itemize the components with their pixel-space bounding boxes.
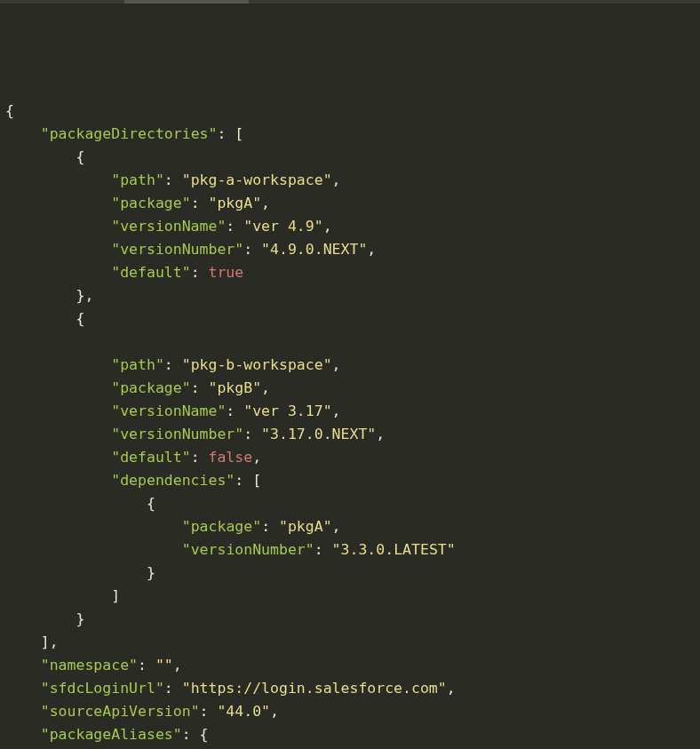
token-comma: , (50, 633, 59, 650)
token-colon: : (217, 125, 235, 142)
token-comma: , (252, 449, 261, 466)
token-colon: : (191, 379, 209, 396)
token-key: "versionName" (111, 218, 226, 235)
token-colon: : (191, 449, 209, 466)
token-string: "pkgA" (209, 195, 262, 211)
token-string: "44.0" (217, 703, 270, 720)
token-kwfalse: false (209, 449, 253, 466)
token-colon: : (261, 518, 279, 535)
token-key: "sourceApiVersion" (41, 703, 200, 720)
token-colon: : (164, 356, 182, 373)
token-string: "ver 3.17" (243, 402, 331, 419)
token-comma: , (332, 171, 341, 188)
token-string: "pkg-b-workspace" (182, 356, 332, 373)
token-comma: , (323, 218, 332, 235)
token-key: "versionNumber" (111, 426, 243, 442)
token-colon: : (191, 195, 209, 211)
token-comma: , (447, 680, 456, 697)
token-comma: , (270, 703, 279, 720)
token-brace: } (76, 610, 84, 627)
token-string: "ver 4.9" (243, 218, 322, 235)
token-key: "versionNumber" (182, 541, 314, 558)
token-key: "default" (111, 264, 190, 281)
token-colon: : (243, 241, 261, 258)
token-colon: : (226, 218, 243, 235)
token-colon: : (164, 171, 182, 188)
token-brace: } (147, 564, 155, 581)
token-key: "path" (111, 171, 164, 188)
token-key: "versionName" (111, 402, 226, 419)
token-brace: { (76, 310, 84, 327)
token-colon: : (226, 402, 243, 419)
token-string: "4.9.0.NEXT" (261, 241, 367, 258)
token-colon: : (182, 726, 200, 743)
code-editor[interactable]: { "packageDirectories": [ { "path": "pkg… (5, 100, 695, 749)
token-bracket: ] (111, 587, 120, 604)
token-brace: { (147, 495, 155, 512)
token-string: "pkgA" (279, 518, 332, 535)
token-key: "sfdcLoginUrl" (41, 680, 164, 697)
token-comma: , (367, 241, 376, 258)
token-comma: , (261, 379, 270, 396)
token-colon: : (191, 264, 209, 281)
token-key: "packageAliases" (41, 726, 182, 743)
token-brace: { (200, 726, 209, 743)
tabstrip (0, 0, 700, 4)
token-comma: , (332, 518, 341, 535)
token-key: "package" (111, 379, 190, 396)
token-comma: , (84, 287, 93, 304)
token-colon: : (243, 426, 261, 442)
token-guide (111, 495, 147, 512)
token-bracket: ] (41, 633, 50, 650)
token-colon: : (164, 680, 182, 697)
tabstrip-active (124, 0, 249, 4)
token-brace: { (5, 102, 14, 119)
token-guide (111, 564, 147, 581)
token-key: "namespace" (41, 657, 138, 673)
token-string: "https://login.salesforce.com" (182, 680, 447, 697)
token-colon: : (200, 703, 218, 720)
token-colon: : (235, 472, 252, 489)
token-string: "pkg-a-workspace" (182, 171, 332, 188)
token-bracket: [ (252, 472, 261, 489)
token-key: "dependencies" (111, 472, 235, 489)
token-string: "3.3.0.LATEST" (332, 541, 456, 558)
token-comma: , (376, 426, 385, 442)
token-colon: : (138, 657, 155, 673)
token-brace: } (76, 287, 84, 304)
token-comma: , (332, 356, 341, 373)
token-key: "versionNumber" (111, 241, 243, 258)
token-string: "pkgB" (209, 379, 262, 396)
token-key: "packageDirectories" (41, 125, 218, 142)
token-kwtrue: true (209, 264, 244, 281)
token-string: "" (155, 657, 173, 673)
token-string: "3.17.0.NEXT" (261, 426, 376, 442)
token-comma: , (173, 657, 182, 673)
token-comma: , (261, 195, 270, 211)
token-colon: : (314, 541, 332, 558)
token-key: "package" (111, 195, 190, 211)
token-key: "package" (182, 518, 261, 535)
token-brace: { (76, 148, 84, 165)
token-guide (111, 541, 147, 558)
token-key: "default" (111, 449, 190, 466)
token-comma: , (332, 402, 341, 419)
token-key: "path" (111, 356, 164, 373)
token-guide (111, 518, 147, 535)
token-bracket: [ (235, 125, 243, 142)
